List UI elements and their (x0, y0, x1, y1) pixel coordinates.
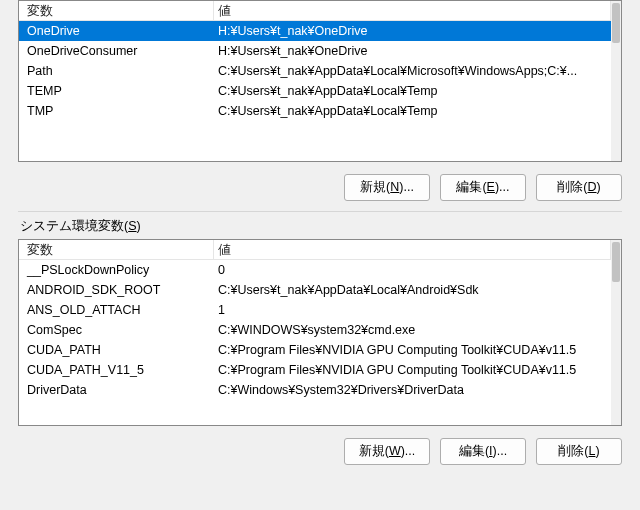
var-value: H:¥Users¥t_nak¥OneDrive (214, 41, 611, 61)
var-name: CUDA_PATH (19, 340, 214, 360)
var-value: C:¥Users¥t_nak¥AppData¥Local¥Microsoft¥W… (214, 61, 611, 81)
user-new-button[interactable]: 新規(N)... (344, 174, 430, 201)
table-row[interactable]: ANDROID_SDK_ROOTC:¥Users¥t_nak¥AppData¥L… (19, 280, 611, 300)
var-value: 1 (214, 300, 611, 320)
col-header-value[interactable]: 値 (214, 240, 611, 259)
var-name: ComSpec (19, 320, 214, 340)
var-value: C:¥Users¥t_nak¥AppData¥Local¥Temp (214, 81, 611, 101)
table-row[interactable]: PathC:¥Users¥t_nak¥AppData¥Local¥Microso… (19, 61, 611, 81)
user-vars-header: 変数 値 (19, 1, 611, 21)
system-edit-button[interactable]: 編集(I)... (440, 438, 526, 465)
var-name: TEMP (19, 81, 214, 101)
table-row[interactable]: CUDA_PATHC:¥Program Files¥NVIDIA GPU Com… (19, 340, 611, 360)
var-name: ANS_OLD_ATTACH (19, 300, 214, 320)
user-scrollbar[interactable] (611, 1, 621, 161)
col-header-value[interactable]: 値 (214, 1, 611, 20)
col-header-name[interactable]: 変数 (19, 240, 214, 259)
table-row[interactable]: TEMPC:¥Users¥t_nak¥AppData¥Local¥Temp (19, 81, 611, 101)
system-vars-label: システム環境変数(S) (18, 212, 622, 239)
table-row[interactable]: TMPC:¥Users¥t_nak¥AppData¥Local¥Temp (19, 101, 611, 121)
table-row[interactable]: __PSLockDownPolicy0 (19, 260, 611, 280)
var-name: OneDrive (19, 21, 214, 41)
var-value: C:¥WINDOWS¥system32¥cmd.exe (214, 320, 611, 340)
var-value: C:¥Users¥t_nak¥AppData¥Local¥Android¥Sdk (214, 280, 611, 300)
var-name: TMP (19, 101, 214, 121)
system-vars-list[interactable]: 変数 値 __PSLockDownPolicy0ANDROID_SDK_ROOT… (18, 239, 622, 426)
table-row[interactable]: ANS_OLD_ATTACH1 (19, 300, 611, 320)
system-scrollbar[interactable] (611, 240, 621, 425)
table-row[interactable]: OneDriveH:¥Users¥t_nak¥OneDrive (19, 21, 611, 41)
table-row[interactable]: ComSpecC:¥WINDOWS¥system32¥cmd.exe (19, 320, 611, 340)
col-header-name[interactable]: 変数 (19, 1, 214, 20)
user-buttons: 新規(N)... 編集(E)... 削除(D) (18, 162, 622, 207)
var-name: DriverData (19, 380, 214, 400)
system-new-button[interactable]: 新規(W)... (344, 438, 430, 465)
table-row[interactable]: DriverDataC:¥Windows¥System32¥Drivers¥Dr… (19, 380, 611, 400)
var-value: C:¥Program Files¥NVIDIA GPU Computing To… (214, 360, 611, 380)
var-value: 0 (214, 260, 611, 280)
var-name: Path (19, 61, 214, 81)
system-delete-button[interactable]: 削除(L) (536, 438, 622, 465)
user-scroll-thumb[interactable] (612, 3, 620, 43)
var-name: OneDriveConsumer (19, 41, 214, 61)
var-value: H:¥Users¥t_nak¥OneDrive (214, 21, 611, 41)
table-row[interactable]: OneDriveConsumerH:¥Users¥t_nak¥OneDrive (19, 41, 611, 61)
var-value: C:¥Windows¥System32¥Drivers¥DriverData (214, 380, 611, 400)
system-buttons: 新規(W)... 編集(I)... 削除(L) (18, 426, 622, 471)
user-edit-button[interactable]: 編集(E)... (440, 174, 526, 201)
var-value: C:¥Users¥t_nak¥AppData¥Local¥Temp (214, 101, 611, 121)
var-name: CUDA_PATH_V11_5 (19, 360, 214, 380)
var-value: C:¥Program Files¥NVIDIA GPU Computing To… (214, 340, 611, 360)
system-scroll-thumb[interactable] (612, 242, 620, 282)
user-delete-button[interactable]: 削除(D) (536, 174, 622, 201)
var-name: ANDROID_SDK_ROOT (19, 280, 214, 300)
user-vars-list[interactable]: 変数 値 OneDriveH:¥Users¥t_nak¥OneDriveOneD… (18, 0, 622, 162)
table-row[interactable]: CUDA_PATH_V11_5C:¥Program Files¥NVIDIA G… (19, 360, 611, 380)
var-name: __PSLockDownPolicy (19, 260, 214, 280)
env-vars-dialog: 変数 値 OneDriveH:¥Users¥t_nak¥OneDriveOneD… (4, 0, 636, 471)
system-vars-header: 変数 値 (19, 240, 611, 260)
